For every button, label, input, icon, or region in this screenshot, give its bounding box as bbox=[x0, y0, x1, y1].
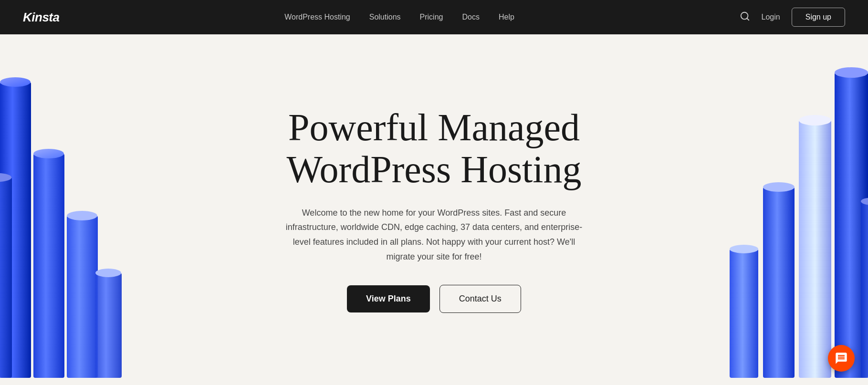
svg-rect-6 bbox=[67, 216, 98, 378]
nav-item-help[interactable]: Help bbox=[499, 13, 514, 21]
svg-rect-8 bbox=[0, 177, 12, 378]
cylinders-right-decoration bbox=[715, 34, 868, 385]
signup-button[interactable]: Sign up bbox=[792, 8, 845, 27]
svg-point-7 bbox=[67, 211, 97, 220]
contact-us-button[interactable]: Contact Us bbox=[439, 285, 521, 313]
logo: Kinsta bbox=[23, 10, 59, 25]
svg-point-11 bbox=[95, 269, 121, 277]
svg-point-3 bbox=[0, 77, 31, 87]
hero-title: Powerful Managed WordPress Hosting bbox=[279, 106, 589, 190]
nav-link-solutions[interactable]: Solutions bbox=[369, 13, 401, 21]
svg-rect-18 bbox=[730, 249, 758, 378]
view-plans-button[interactable]: View Plans bbox=[347, 285, 430, 312]
svg-point-15 bbox=[799, 115, 831, 125]
svg-rect-16 bbox=[763, 187, 795, 378]
svg-point-19 bbox=[730, 245, 758, 253]
nav-link-wordpress-hosting[interactable]: WordPress Hosting bbox=[284, 13, 350, 21]
search-icon[interactable] bbox=[740, 11, 750, 24]
nav-actions: Login Sign up bbox=[740, 8, 845, 27]
svg-line-1 bbox=[747, 18, 749, 20]
hero-content: Powerful Managed WordPress Hosting Welco… bbox=[270, 78, 599, 342]
nav-links: WordPress Hosting Solutions Pricing Docs… bbox=[284, 13, 514, 21]
nav-link-help[interactable]: Help bbox=[499, 13, 514, 21]
svg-rect-20 bbox=[861, 201, 868, 378]
navbar: Kinsta WordPress Hosting Solutions Prici… bbox=[0, 0, 868, 34]
nav-link-docs[interactable]: Docs bbox=[462, 13, 479, 21]
hero-section: Powerful Managed WordPress Hosting Welco… bbox=[0, 34, 868, 385]
hero-description: Welcome to the new home for your WordPre… bbox=[279, 206, 589, 264]
chat-button[interactable] bbox=[828, 345, 855, 372]
svg-rect-10 bbox=[95, 273, 122, 378]
nav-link-pricing[interactable]: Pricing bbox=[420, 13, 443, 21]
cylinders-left-decoration bbox=[0, 34, 134, 385]
nav-item-pricing[interactable]: Pricing bbox=[420, 13, 443, 21]
svg-point-13 bbox=[835, 67, 868, 78]
svg-rect-4 bbox=[33, 154, 64, 378]
nav-item-solutions[interactable]: Solutions bbox=[369, 13, 401, 21]
svg-point-17 bbox=[763, 182, 795, 192]
nav-item-wordpress-hosting[interactable]: WordPress Hosting bbox=[284, 13, 350, 21]
svg-rect-14 bbox=[799, 120, 831, 378]
login-link[interactable]: Login bbox=[762, 13, 780, 21]
nav-item-docs[interactable]: Docs bbox=[462, 13, 479, 21]
svg-point-5 bbox=[33, 149, 64, 158]
hero-buttons: View Plans Contact Us bbox=[279, 285, 589, 313]
